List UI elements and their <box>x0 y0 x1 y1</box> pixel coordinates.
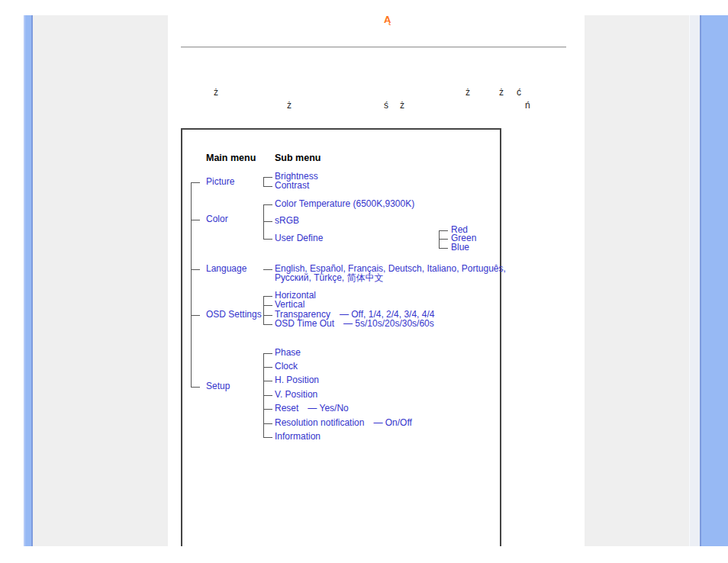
intro-text-char: ś <box>384 100 388 111</box>
tree-line <box>191 315 200 316</box>
tree-line <box>191 387 200 388</box>
manual-page: Ą ż ż ż ć ż ś ż ń Main menu Sub menu Pic… <box>0 0 728 563</box>
tree-line <box>191 182 200 183</box>
tree-line <box>191 182 192 388</box>
tree-sub-clock: Clock <box>275 361 298 372</box>
right-frame-scrollbar[interactable] <box>700 15 728 546</box>
tree-line <box>439 230 448 231</box>
left-sidebar-frame <box>33 15 168 546</box>
tree-sub-color-temperature: Color Temperature (6500K,9300K) <box>275 198 414 209</box>
right-sidebar-frame <box>585 15 689 546</box>
tree-sub-resolution-notification: Resolution notification <box>275 417 364 428</box>
tree-sub-resolution-notification-options: — On/Off <box>373 417 411 428</box>
tree-sub-phase: Phase <box>275 347 301 358</box>
tree-line <box>191 220 200 220</box>
tree-line <box>263 296 272 297</box>
tree-line <box>263 296 264 325</box>
tree-line <box>263 186 272 187</box>
tree-line <box>263 353 272 354</box>
heading-divider <box>181 47 566 48</box>
intro-text-char: ż <box>287 100 292 111</box>
tree-line <box>263 239 272 240</box>
tree-sub-v-position: V. Position <box>275 389 317 400</box>
tree-line <box>263 381 272 381</box>
intro-text-char: ń <box>525 100 530 111</box>
tree-item-color: Color <box>206 214 228 224</box>
tree-sub-contrast: Contrast <box>275 180 309 191</box>
intro-text-char: ż <box>465 87 470 98</box>
tree-item-setup: Setup <box>206 381 230 391</box>
intro-text-char: ć <box>517 87 521 98</box>
intro-text-char: ż <box>214 87 218 98</box>
left-frame-scrollbar[interactable] <box>24 15 33 546</box>
tree-line <box>263 395 272 396</box>
tree-item-osd-settings: OSD Settings <box>206 309 262 320</box>
intro-text-char: ż <box>499 87 504 98</box>
tree-sub-languages-line2: Русский, Türkçe, 简体中文 <box>275 272 384 283</box>
tree-line <box>439 248 448 249</box>
tree-sub-information: Information <box>275 431 321 442</box>
tree-line <box>263 437 272 438</box>
tree-line <box>263 315 272 316</box>
tree-line <box>263 423 272 424</box>
osd-tree-box <box>181 128 501 546</box>
tree-line <box>263 204 264 240</box>
tree-line <box>263 367 272 368</box>
main-menu-header: Main menu <box>206 153 256 163</box>
tree-line <box>439 239 448 240</box>
page-title: Ą <box>384 14 391 26</box>
tree-item-language: Language <box>206 263 246 274</box>
tree-line <box>191 269 200 270</box>
tree-sub-osd-time-out-options: — 5s/10s/20s/30s/60s <box>343 318 434 329</box>
tree-line <box>263 269 272 270</box>
tree-sub-osd-time-out: OSD Time Out <box>275 318 334 329</box>
right-scrollbar-track <box>689 15 700 546</box>
tree-line <box>439 230 440 249</box>
tree-line <box>263 324 272 325</box>
tree-sub-reset-options: — Yes/No <box>308 403 348 413</box>
tree-item-picture: Picture <box>206 176 234 187</box>
tree-line <box>263 409 272 410</box>
tree-sub-blue: Blue <box>451 242 469 253</box>
tree-sub-user-define: User Define <box>275 233 323 243</box>
sub-menu-header: Sub menu <box>275 153 321 163</box>
tree-sub-h-position: H. Position <box>275 375 319 385</box>
tree-line <box>263 221 272 222</box>
tree-sub-reset: Reset <box>275 403 298 413</box>
intro-text-char: ż <box>400 100 404 111</box>
tree-sub-vertical: Vertical <box>275 299 304 310</box>
tree-line <box>263 305 272 306</box>
tree-sub-srgb: sRGB <box>275 215 299 226</box>
tree-line <box>263 177 272 178</box>
tree-line <box>263 204 272 205</box>
